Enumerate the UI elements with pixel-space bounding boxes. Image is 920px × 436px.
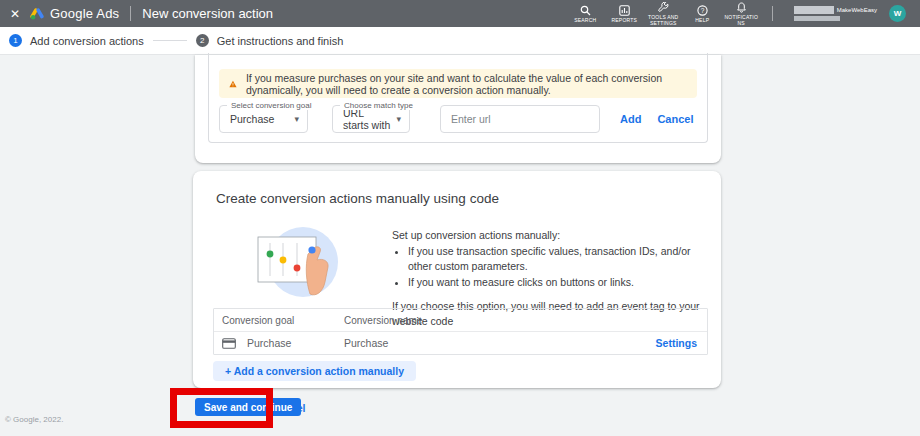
step-get-instructions[interactable]: 2 Get instructions and finish: [196, 34, 344, 47]
add-conversion-manually-button[interactable]: + Add a conversion action manually: [213, 361, 416, 381]
conversion-table: Conversion goal Conversion name Purchase…: [213, 308, 708, 355]
save-and-continue-button[interactable]: Save and continue: [195, 398, 301, 416]
notifications-button[interactable]: NOTIFICATIONS: [723, 2, 760, 26]
step2-circle: 2: [196, 34, 209, 47]
tools-settings-label: TOOLS AND SETTINGS: [645, 14, 681, 26]
url-cancel-link[interactable]: Cancel: [657, 113, 693, 125]
google-ads-logo[interactable]: Google Ads: [30, 6, 119, 21]
step2-label: Get instructions and finish: [217, 35, 344, 47]
conversion-goal-select-label: Select conversion goal: [227, 101, 316, 110]
url-conversion-card: If you measure purchases on your site an…: [195, 55, 721, 163]
conversion-goal-select-value: Purchase: [230, 113, 288, 125]
topbar-divider: [772, 6, 773, 21]
url-form-box: If you measure purchases on your site an…: [208, 53, 708, 143]
purchase-card-icon: [222, 338, 236, 349]
header-conversion-name: Conversion name: [344, 315, 699, 326]
redacted-account-email: [794, 16, 840, 21]
help-icon: ?: [697, 5, 708, 16]
notifications-label: NOTIFICATIONS: [723, 14, 759, 26]
row-name: Purchase: [344, 337, 656, 349]
avatar[interactable]: W: [889, 5, 906, 22]
table-header-row: Conversion goal Conversion name: [214, 309, 707, 331]
chevron-down-icon: ▾: [294, 114, 299, 124]
warning-banner: If you measure purchases on your site an…: [219, 69, 697, 98]
main-content: If you measure purchases on your site an…: [0, 55, 920, 436]
warning-icon: [229, 78, 237, 90]
url-form-row: Select conversion goal Purchase ▾ Choose…: [219, 105, 697, 133]
chevron-down-icon: ▾: [396, 114, 401, 124]
step-connector: [153, 40, 187, 41]
row-goal: Purchase: [247, 337, 291, 349]
manual-bullet: If you use transaction specific values, …: [408, 244, 710, 274]
google-ads-logo-icon: [30, 7, 44, 20]
help-label: HELP: [695, 17, 709, 23]
svg-text:?: ?: [700, 6, 704, 13]
account-name: MakeWebEasy: [837, 7, 877, 13]
warning-text: If you measure purchases on your site an…: [246, 72, 687, 96]
brand-name: Google Ads: [50, 6, 119, 21]
topbar-divider: [130, 6, 131, 21]
account-info[interactable]: MakeWebEasy: [794, 6, 877, 21]
add-link[interactable]: Add: [620, 113, 641, 125]
tools-settings-button[interactable]: TOOLS AND SETTINGS: [645, 2, 682, 26]
manual-bullets: If you use transaction specific values, …: [392, 244, 710, 290]
header-conversion-goal: Conversion goal: [222, 315, 344, 326]
table-row[interactable]: Purchase Purchase Settings: [214, 331, 707, 354]
sliders-hand-illustration: [248, 224, 340, 300]
top-app-bar: ✕ Google Ads New conversion action SEARC…: [0, 0, 920, 27]
search-icon: [580, 5, 591, 16]
reports-icon: [619, 5, 630, 16]
page-title: New conversion action: [142, 6, 273, 21]
reports-button[interactable]: REPORTS: [606, 5, 643, 23]
redacted-account-id: [794, 6, 834, 14]
copyright-text: © Google, 2022.: [5, 415, 63, 424]
manual-card-title: Create conversion actions manually using…: [216, 191, 499, 206]
wrench-icon: [658, 2, 669, 13]
reports-label: REPORTS: [612, 17, 637, 23]
settings-link[interactable]: Settings: [656, 337, 699, 349]
step1-circle: 1: [9, 34, 22, 47]
bell-icon: [736, 2, 747, 13]
step-add-conversion-actions[interactable]: 1 Add conversion actions: [9, 34, 144, 47]
search-button[interactable]: SEARCH: [567, 5, 604, 23]
help-button[interactable]: ? HELP: [684, 5, 721, 23]
conversion-goal-select[interactable]: Select conversion goal Purchase ▾: [219, 105, 308, 133]
step1-label: Add conversion actions: [30, 35, 144, 47]
match-type-select-value: URL starts with: [343, 107, 390, 131]
manual-conversion-card: Create conversion actions manually using…: [193, 171, 721, 388]
manual-bullet: If you want to measure clicks on buttons…: [408, 275, 710, 290]
stepper: 1 Add conversion actions 2 Get instructi…: [0, 27, 920, 55]
url-input[interactable]: [440, 105, 600, 133]
match-type-select[interactable]: Choose match type URL starts with ▾: [332, 105, 410, 133]
manual-intro: Set up conversion actions manually:: [392, 228, 710, 243]
close-icon[interactable]: ✕: [10, 8, 20, 20]
topbar-actions: SEARCH REPORTS TOOLS AND SETTINGS ? HELP: [566, 2, 910, 26]
search-label: SEARCH: [574, 17, 596, 23]
match-type-select-label: Choose match type: [340, 101, 417, 110]
